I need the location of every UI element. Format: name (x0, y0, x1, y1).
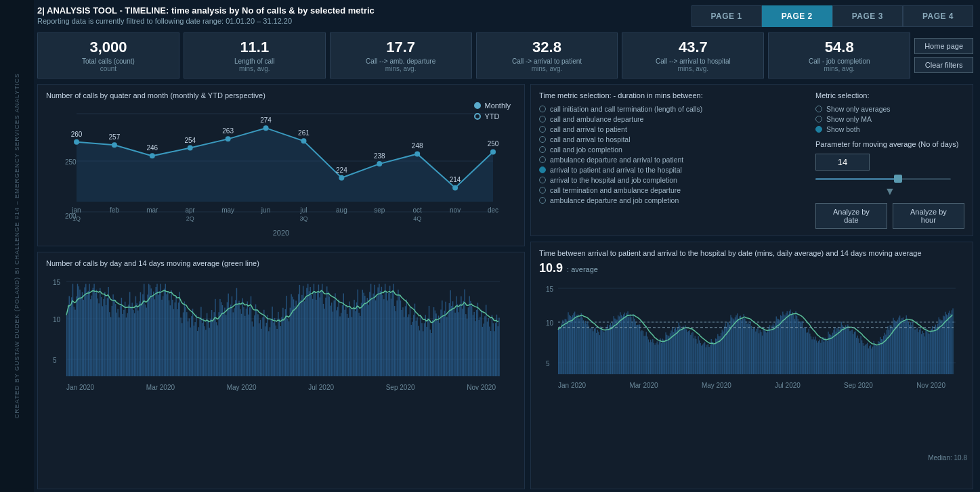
svg-rect-688 (845, 326, 846, 374)
metric-option-0[interactable]: Show only averages (815, 105, 964, 113)
tab-page2[interactable]: PAGE 2 (762, 5, 832, 27)
legend-monthly: Monthly (474, 102, 511, 110)
svg-rect-360 (433, 307, 434, 376)
svg-rect-155 (190, 328, 190, 376)
tab-page3[interactable]: PAGE 3 (832, 5, 903, 27)
radio-circle-8 (539, 187, 546, 194)
svg-rect-740 (901, 318, 902, 374)
svg-rect-349 (421, 315, 421, 376)
svg-rect-55 (71, 297, 72, 376)
metric-option-2[interactable]: Show both (815, 125, 964, 133)
analyze-by-date-button[interactable]: Analyze by date (815, 203, 887, 229)
metric-label-1: Show only MA (826, 115, 872, 123)
svg-rect-220 (267, 315, 268, 376)
time-metric-option-6[interactable]: arrival to patient and arrival to the ho… (539, 166, 805, 174)
bottom-chart-svg: 15 10 5 (46, 271, 507, 386)
svg-rect-564 (711, 339, 712, 374)
tab-page4[interactable]: PAGE 4 (903, 5, 973, 27)
svg-rect-160 (196, 315, 196, 376)
time-metric-option-8[interactable]: call termination and ambulance departure (539, 186, 805, 194)
time-metric-option-1[interactable]: call and ambulance departure (539, 115, 805, 123)
svg-rect-381 (459, 312, 459, 376)
svg-rect-328 (396, 311, 396, 376)
x-label-jan: Jan 2020 (66, 384, 94, 391)
svg-rect-514 (657, 341, 658, 374)
tab-page1[interactable]: PAGE 1 (691, 5, 762, 27)
svg-rect-278 (336, 310, 337, 376)
svg-rect-662 (817, 342, 817, 374)
top-chart-legend: Monthly YTD (474, 102, 511, 120)
svg-rect-402 (483, 323, 484, 376)
svg-rect-302 (364, 296, 365, 376)
svg-rect-380 (457, 304, 458, 376)
svg-rect-781 (946, 314, 947, 374)
svg-rect-535 (679, 326, 680, 374)
svg-rect-495 (636, 325, 637, 374)
kpi-length-call: 11.1 Length of call mins, avg. (184, 32, 326, 79)
svg-rect-391 (470, 301, 471, 376)
metric-option-1[interactable]: Show only MA (815, 115, 964, 123)
time-metric-option-9[interactable]: ambulance departure and job completion (539, 196, 805, 204)
svg-rect-337 (406, 300, 406, 376)
time-metric-option-2[interactable]: call and arrival to patient (539, 125, 805, 133)
svg-rect-701 (859, 343, 860, 374)
time-metric-option-0[interactable]: call initiation and call termination (le… (539, 105, 805, 113)
svg-rect-99 (123, 310, 124, 376)
svg-rect-759 (922, 331, 923, 374)
analyze-by-hour-button[interactable]: Analyze by hour (893, 203, 964, 229)
svg-rect-709 (868, 349, 869, 374)
svg-rect-216 (262, 317, 263, 376)
svg-rect-434 (570, 316, 571, 374)
svg-rect-200 (243, 307, 244, 376)
svg-rect-692 (849, 331, 850, 374)
svg-text:dec: dec (488, 206, 498, 214)
slider-thumb[interactable] (894, 175, 902, 183)
top-chart-year: 2020 (46, 229, 516, 237)
svg-rect-395 (475, 321, 475, 376)
svg-rect-344 (414, 304, 415, 376)
page-tabs: PAGE 1 PAGE 2 PAGE 3 PAGE 4 (691, 5, 974, 27)
svg-rect-517 (660, 338, 660, 374)
svg-rect-499 (641, 331, 641, 374)
svg-rect-766 (930, 331, 931, 374)
svg-rect-551 (697, 344, 698, 374)
ma-param-input[interactable] (815, 154, 870, 171)
svg-rect-341 (410, 325, 411, 376)
svg-rect-118 (146, 308, 146, 376)
svg-rect-563 (710, 345, 710, 374)
right-chart-x-labels: Jan 2020 Mar 2020 May 2020 Jul 2020 Sep … (539, 382, 964, 389)
svg-rect-270 (326, 286, 327, 376)
svg-rect-314 (379, 284, 379, 376)
svg-text:238: 238 (374, 152, 385, 160)
svg-rect-625 (777, 319, 777, 374)
svg-rect-445 (582, 317, 582, 374)
svg-rect-617 (768, 328, 769, 374)
svg-rect-133 (164, 289, 165, 376)
time-metric-label-3: call and arrival to hospital (550, 135, 630, 143)
svg-rect-640 (793, 315, 794, 374)
svg-rect-345 (416, 321, 417, 376)
svg-rect-526 (670, 333, 670, 374)
kpi-total-calls-sublabel: count (47, 65, 169, 72)
svg-rect-51 (66, 315, 67, 376)
svg-rect-632 (784, 315, 785, 374)
time-metric-option-4[interactable]: call and job completion (539, 146, 805, 154)
svg-rect-623 (775, 323, 775, 374)
svg-rect-528 (672, 328, 673, 374)
time-metric-option-7[interactable]: arrival to the hospital and job completi… (539, 176, 805, 184)
svg-rect-339 (408, 314, 409, 376)
svg-rect-109 (135, 296, 136, 376)
svg-rect-675 (831, 336, 832, 374)
home-page-button[interactable]: Home page (914, 38, 973, 54)
svg-rect-767 (931, 329, 931, 374)
svg-rect-513 (656, 343, 656, 374)
svg-point-15 (188, 146, 193, 151)
clear-filters-button[interactable]: Clear filters (914, 57, 973, 73)
svg-rect-268 (324, 309, 324, 376)
time-metric-option-3[interactable]: call and arrival to hospital (539, 135, 805, 143)
right-bottom-chart-box: Time between arrival to patient and arri… (530, 242, 973, 489)
time-metric-option-5[interactable]: ambulance departure and arrival to patie… (539, 156, 805, 164)
metric-label-2: Show both (826, 125, 860, 133)
svg-rect-401 (482, 327, 483, 376)
svg-rect-123 (152, 296, 152, 376)
